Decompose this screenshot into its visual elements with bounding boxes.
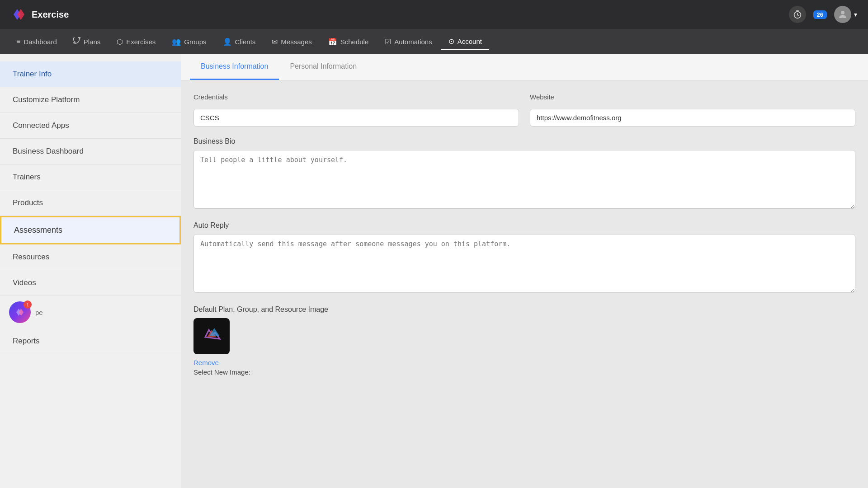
messages-icon: ✉ xyxy=(272,38,278,46)
bio-label: Business Bio xyxy=(193,137,855,145)
auto-reply-label: Auto Reply xyxy=(193,221,855,230)
tab-business-info[interactable]: Business Information xyxy=(190,54,279,80)
top-bar-right: 26 ▾ xyxy=(789,6,857,23)
plans-icon xyxy=(73,37,80,46)
sidebar-item-resources[interactable]: Resources xyxy=(0,244,181,270)
sidebar-item-assessments[interactable]: Assessments xyxy=(0,216,181,244)
user-avatar xyxy=(834,6,851,23)
credentials-label: Credentials xyxy=(193,93,519,101)
account-icon: ⊙ xyxy=(448,37,454,46)
default-image-section: Default Plan, Group, and Resource Image … xyxy=(193,305,855,376)
credentials-input[interactable] xyxy=(193,109,519,127)
avatar-chevron: ▾ xyxy=(854,11,857,18)
timer-button[interactable] xyxy=(789,6,806,23)
form-content: Credentials Website Business Bio Auto Re… xyxy=(181,80,868,389)
app-name: Exercise xyxy=(32,9,69,20)
auto-reply-textarea[interactable] xyxy=(193,234,855,293)
groups-icon: 👥 xyxy=(172,38,181,46)
main-layout: Trainer Info Customize Platform Connecte… xyxy=(0,54,868,488)
svg-marker-1 xyxy=(17,9,24,20)
nav-item-messages[interactable]: ✉ Messages xyxy=(264,34,319,50)
logo-icon xyxy=(11,6,27,23)
bio-textarea[interactable] xyxy=(193,150,855,209)
sidebar-item-products[interactable]: Products xyxy=(0,190,181,216)
nav-item-schedule[interactable]: 📅 Schedule xyxy=(321,34,376,50)
app-shortcut-label: pe xyxy=(35,309,43,316)
top-bar: Exercise 26 ▾ xyxy=(0,0,868,29)
website-label: Website xyxy=(530,93,855,101)
nav-item-groups[interactable]: 👥 Groups xyxy=(165,34,213,50)
default-image-label: Default Plan, Group, and Resource Image xyxy=(193,305,855,314)
automations-icon: ☑ xyxy=(385,38,391,46)
sidebar-item-trainers[interactable]: Trainers xyxy=(0,164,181,190)
sidebar-item-business-dashboard[interactable]: Business Dashboard xyxy=(0,139,181,164)
sidebar-item-connected-apps[interactable]: Connected Apps xyxy=(0,113,181,139)
website-input[interactable] xyxy=(530,109,855,127)
credentials-website-row: Credentials Website xyxy=(193,93,855,127)
avatar-button[interactable]: ▾ xyxy=(834,6,857,23)
select-new-image-label: Select New Image: xyxy=(193,368,250,376)
sidebar-item-videos[interactable]: Videos xyxy=(0,270,181,296)
tab-bar: Business Information Personal Informatio… xyxy=(181,54,868,80)
credentials-group: Credentials xyxy=(193,93,519,127)
app-notification-dot: 1 xyxy=(24,300,32,309)
sidebar: Trainer Info Customize Platform Connecte… xyxy=(0,54,181,488)
nav-item-clients[interactable]: 👤 Clients xyxy=(216,34,263,50)
app-logo: Exercise xyxy=(11,6,69,23)
image-preview xyxy=(193,318,230,354)
exercises-icon: ⬡ xyxy=(117,38,123,46)
content-area: Business Information Personal Informatio… xyxy=(181,54,868,488)
nav-bar: ≡ Dashboard Plans ⬡ Exercises 👥 Groups 👤… xyxy=(0,29,868,54)
remove-image-link[interactable]: Remove xyxy=(193,359,855,366)
sidebar-item-trainer-info[interactable]: Trainer Info xyxy=(0,61,181,87)
image-preview-icon xyxy=(201,324,222,349)
notification-badge[interactable]: 26 xyxy=(813,10,827,19)
auto-reply-section: Auto Reply xyxy=(193,221,855,295)
website-group: Website xyxy=(530,93,855,127)
sidebar-item-customize-platform[interactable]: Customize Platform xyxy=(0,87,181,113)
nav-item-account[interactable]: ⊙ Account xyxy=(441,33,489,50)
schedule-icon: 📅 xyxy=(328,38,337,46)
nav-item-automations[interactable]: ☑ Automations xyxy=(377,34,439,50)
svg-point-4 xyxy=(841,11,844,14)
nav-item-plans[interactable]: Plans xyxy=(66,33,108,50)
sidebar-bottom: 1 pe xyxy=(0,296,181,328)
sidebar-item-reports[interactable]: Reports xyxy=(0,328,181,354)
bio-section: Business Bio xyxy=(193,137,855,211)
nav-item-exercises[interactable]: ⬡ Exercises xyxy=(109,34,163,50)
nav-item-dashboard[interactable]: ≡ Dashboard xyxy=(9,34,64,49)
dashboard-icon: ≡ xyxy=(16,38,20,46)
tab-personal-info[interactable]: Personal Information xyxy=(279,54,368,80)
clients-icon: 👤 xyxy=(223,38,232,46)
app-shortcut-icon[interactable]: 1 xyxy=(9,301,31,323)
